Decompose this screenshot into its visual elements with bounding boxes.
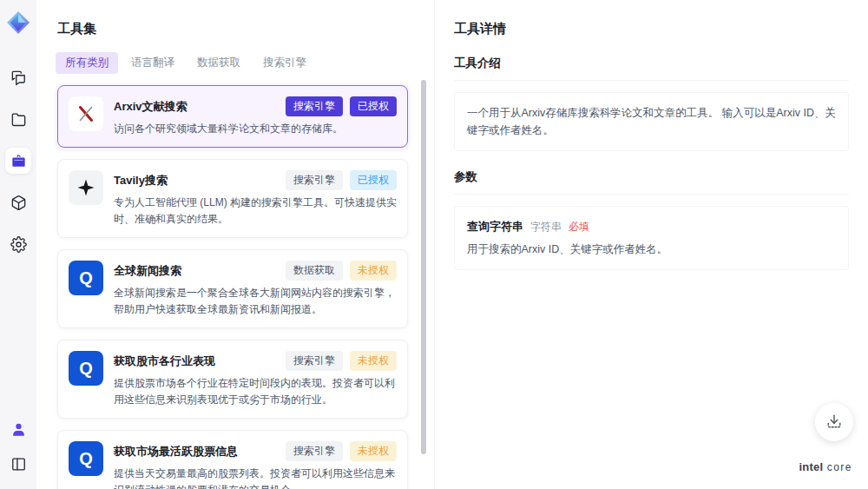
sidebar-item-collapse-panel[interactable]	[5, 451, 31, 477]
sidebar-item-user[interactable]	[5, 416, 31, 442]
tool-name: Arxiv文献搜索	[114, 96, 279, 115]
folder-icon	[10, 111, 27, 128]
download-icon	[826, 413, 842, 432]
tool-name: 全球新闻搜索	[114, 261, 279, 279]
intel-core-logo: intel core	[799, 459, 852, 474]
param-desc: 用于搜索的Arxiv ID、关键字或作者姓名。	[467, 242, 836, 257]
app-logo-icon	[6, 10, 30, 35]
tool-card[interactable]: Q获取市场最活跃股票信息搜索引擎未授权提供当天交易量最高的股票列表。投资者可以利…	[57, 430, 408, 489]
unauthorized-badge: 未授权	[350, 441, 397, 461]
tool-card-list: Arxiv文献搜索搜索引擎已授权访问各个研究领域大量科学论文和文章的存储库。Ta…	[57, 85, 408, 489]
unauthorized-badge: 未授权	[350, 351, 397, 371]
param-name: 查询字符串	[467, 219, 523, 235]
arxiv-icon	[69, 96, 103, 131]
user-icon	[10, 421, 27, 438]
param-card: 查询字符串 字符串 必填 用于搜索的Arxiv ID、关键字或作者姓名。	[454, 206, 849, 270]
chat-icon	[10, 69, 27, 86]
settings-icon	[10, 236, 27, 253]
category-badge: 搜索引擎	[286, 441, 343, 461]
tool-description: 访问各个研究领域大量科学论文和文章的存储库。	[114, 121, 397, 137]
category-badge: 搜索引擎	[286, 170, 343, 190]
tool-description: 提供当天交易量最高的股票列表。投资者可以利用这些信息来识别流动性强的股票和潜在的…	[114, 466, 397, 489]
sidebar-item-chat[interactable]	[5, 64, 31, 90]
sidebar-item-settings[interactable]	[5, 231, 31, 257]
tool-description: 专为人工智能代理 (LLM) 构建的搜索引擎工具。可快速提供实时、准确和真实的结…	[114, 195, 397, 227]
tool-card[interactable]: Tavily搜索搜索引擎已授权专为人工智能代理 (LLM) 构建的搜索引擎工具。…	[57, 159, 408, 238]
q-blue-icon: Q	[69, 351, 103, 386]
download-button[interactable]	[815, 403, 853, 441]
category-badge: 数据获取	[286, 261, 343, 281]
tool-description: 提供股票市场各个行业在特定时间段内的表现。投资者可以利用这些信息来识别表现优于或…	[114, 375, 397, 407]
page-title: 工具集	[57, 21, 434, 37]
param-type: 字符串	[530, 220, 562, 235]
q-blue-icon: Q	[69, 261, 103, 295]
sidebar-item-toolbox[interactable]	[5, 148, 31, 174]
category-tabs: 所有类别语言翻译数据获取搜索引擎	[56, 52, 434, 74]
unauthorized-badge: 未授权	[350, 261, 397, 281]
tool-card[interactable]: Arxiv文献搜索搜索引擎已授权访问各个研究领域大量科学论文和文章的存储库。	[57, 85, 408, 148]
tool-card[interactable]: Q全球新闻搜索数据获取未授权全球新闻搜索是一个聚合全球各大新闻网站内容的搜索引擎…	[57, 249, 408, 328]
tavily-icon	[69, 170, 103, 205]
toolbox-icon	[10, 153, 27, 169]
tool-detail-panel: 工具详情 工具介绍 一个用于从Arxiv存储库搜索科学论文和文章的工具。 输入可…	[434, 0, 868, 489]
tab-category-3[interactable]: 搜索引擎	[253, 52, 316, 74]
tool-list-panel: 工具集 所有类别语言翻译数据获取搜索引擎 Arxiv文献搜索搜索引擎已授权访问各…	[36, 0, 434, 489]
intro-heading: 工具介绍	[454, 56, 849, 81]
left-sidebar	[0, 0, 36, 489]
sidebar-bottom-nav	[5, 416, 31, 477]
tab-all-categories[interactable]: 所有类别	[56, 52, 118, 74]
sidebar-nav	[5, 64, 31, 257]
authorized-badge: 已授权	[350, 96, 397, 116]
tab-category-1[interactable]: 语言翻译	[122, 52, 184, 74]
tool-name: Tavily搜索	[114, 170, 279, 188]
tab-category-2[interactable]: 数据获取	[187, 52, 250, 74]
tool-card[interactable]: Q获取股市各行业表现搜索引擎未授权提供股票市场各个行业在特定时间段内的表现。投资…	[57, 340, 408, 419]
authorized-badge: 已授权	[350, 170, 397, 190]
cube-icon	[10, 195, 27, 211]
tool-name: 获取股市各行业表现	[114, 351, 279, 369]
collapse-panel-icon	[10, 456, 27, 472]
params-heading: 参数	[454, 169, 849, 195]
sidebar-item-folder[interactable]	[5, 106, 31, 132]
q-blue-icon: Q	[69, 441, 103, 476]
intro-text: 一个用于从Arxiv存储库搜索科学论文和文章的工具。 输入可以是Arxiv ID…	[454, 92, 849, 151]
category-badge: 搜索引擎	[286, 351, 343, 371]
detail-title: 工具详情	[454, 21, 849, 37]
sidebar-item-cube[interactable]	[5, 189, 31, 215]
list-scrollbar[interactable]	[421, 80, 426, 454]
tool-name: 获取市场最活跃股票信息	[114, 441, 279, 459]
category-badge: 搜索引擎	[286, 96, 343, 116]
tool-description: 全球新闻搜索是一个聚合全球各大新闻网站内容的搜索引擎，帮助用户快速获取全球最新资…	[114, 285, 397, 317]
param-required-badge: 必填	[569, 220, 589, 235]
